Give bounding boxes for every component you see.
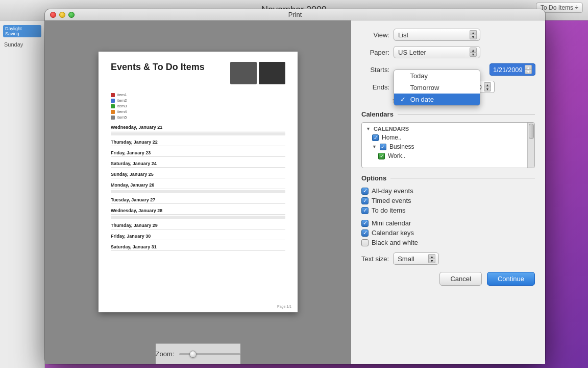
timed-label: Timed events	[372, 197, 411, 204]
cancel-button[interactable]: Cancel	[439, 272, 481, 286]
cal-row-home: ✓ Home..	[366, 133, 530, 142]
checkmark-today	[400, 72, 407, 80]
traffic-lights	[50, 12, 75, 18]
calkeys-checkbox[interactable]: ✓	[361, 229, 369, 237]
ends-date-stepper[interactable]: ▲ ▼	[484, 82, 491, 91]
triangle-business[interactable]: ▼	[372, 144, 377, 149]
cal-label-home: Home..	[382, 134, 402, 141]
close-button[interactable]	[50, 12, 56, 18]
dropdown-on-date[interactable]: ✓ On date	[394, 94, 480, 105]
zoom-bar: Zoom:	[156, 343, 241, 364]
paper-preview: Events & To Do Items item1 item2 item3 i…	[99, 52, 298, 312]
list-item: Sunday, January 25	[111, 172, 285, 178]
options-section: ✓ All-day events ✓ Timed events ✓ To do …	[361, 186, 535, 247]
business-checkbox[interactable]: ✓	[380, 144, 386, 150]
paper-stepper[interactable]: ▲ ▼	[470, 48, 477, 57]
starts-label: Starts:	[361, 66, 389, 74]
starts-date-field[interactable]: 1/21/2009 ▲ ▼	[489, 63, 535, 76]
view-value: List	[398, 31, 408, 39]
divider2	[390, 178, 535, 178]
options-section-header: Options	[361, 174, 535, 182]
minical-label: Mini calendar	[372, 219, 411, 227]
calkeys-label: Calendar keys	[372, 229, 414, 237]
allday-checkbox[interactable]: ✓	[361, 188, 369, 195]
work-checkbox[interactable]: ✓	[378, 153, 385, 159]
title-bar: Print	[45, 9, 545, 20]
print-dialog: Print Events & To Do Items item1 item2	[45, 9, 545, 364]
starts-dropdown-menu[interactable]: Today Tomorrow ✓ On date	[394, 70, 480, 106]
starts-date-value: 1/21/2009	[493, 66, 523, 74]
paper-label: Paper:	[361, 49, 389, 56]
stepper-up[interactable]: ▲	[470, 48, 477, 52]
stepper-down[interactable]: ▼	[525, 70, 532, 74]
stepper-down[interactable]: ▼	[428, 259, 435, 263]
minimize-button[interactable]	[59, 12, 65, 18]
option-mini-cal: ✓ Mini calendar	[361, 218, 535, 228]
textsize-select[interactable]: Small ▲ ▼	[393, 252, 439, 265]
textsize-label: Text size:	[361, 255, 389, 263]
list-item: Friday, January 30	[111, 234, 285, 240]
day-label: Friday, January 23	[111, 150, 285, 157]
stepper-up[interactable]: ▲	[484, 82, 491, 87]
zoom-thumb[interactable]	[189, 351, 197, 358]
divider	[398, 114, 535, 114]
starts-stepper[interactable]: ▲ ▼	[525, 65, 532, 74]
stepper-down[interactable]: ▼	[470, 35, 477, 39]
maximize-button[interactable]	[68, 12, 75, 18]
home-checkbox[interactable]: ✓	[372, 134, 379, 141]
paper-title: Events & To Do Items	[111, 62, 205, 73]
list-item: Thursday, January 22	[111, 140, 285, 146]
textsize-stepper[interactable]: ▲ ▼	[428, 254, 435, 263]
cal-label-work: Work..	[388, 152, 405, 159]
button-row: Cancel Continue	[361, 272, 535, 286]
view-label: View:	[361, 31, 389, 39]
cal-list: ▼ CALENDARS ✓ Home.. ▼ ✓ Business ✓ Wo	[362, 123, 534, 163]
timed-checkbox[interactable]: ✓	[361, 197, 369, 204]
option-bw: Black and white	[361, 238, 535, 247]
day-label: Tuesday, January 27	[111, 197, 285, 204]
checkmark-on-date: ✓	[400, 96, 407, 103]
day-label: Wednesday, January 28	[111, 208, 285, 215]
dialog-title: Print	[288, 11, 302, 18]
stepper-up[interactable]: ▲	[525, 65, 532, 70]
allday-label: All-day events	[372, 187, 413, 195]
continue-button[interactable]: Continue	[487, 272, 535, 286]
dialog-content: Events & To Do Items item1 item2 item3 i…	[45, 20, 545, 364]
todo-checkbox[interactable]: ✓	[361, 207, 369, 214]
day-label: Saturday, January 24	[111, 161, 285, 168]
dropdown-today[interactable]: Today	[394, 70, 480, 82]
dropdown-tomorrow[interactable]: Tomorrow	[394, 82, 480, 94]
option-timed: ✓ Timed events	[361, 196, 535, 205]
calendars-section-header: Calendars	[361, 110, 535, 118]
stepper-down[interactable]: ▼	[484, 87, 491, 91]
option-cal-keys: ✓ Calendar keys	[361, 228, 535, 238]
list-item: Thursday, January 29	[111, 223, 285, 229]
event-line	[111, 216, 285, 219]
zoom-slider[interactable]	[179, 353, 240, 355]
minical-checkbox[interactable]: ✓	[361, 220, 369, 227]
stepper-down[interactable]: ▼	[470, 52, 477, 57]
calendar-scrollbar[interactable]	[527, 123, 534, 168]
day-label: Saturday, January 31	[111, 244, 285, 251]
paper-row: Paper: US Letter ▲ ▼	[361, 46, 535, 58]
stepper-up[interactable]: ▲	[428, 254, 435, 259]
scrollbar-thumb[interactable]	[529, 124, 534, 139]
stepper-up[interactable]: ▲	[470, 30, 477, 35]
paper-select[interactable]: US Letter ▲ ▼	[394, 46, 480, 58]
triangle-icon[interactable]: ▼	[366, 126, 371, 131]
day-label: Wednesday, January 21	[111, 125, 285, 131]
mini-cal-2	[259, 62, 285, 84]
view-stepper[interactable]: ▲ ▼	[470, 30, 477, 39]
cal-label-business: Business	[389, 143, 414, 150]
event-line	[111, 132, 285, 135]
day-label: Thursday, January 29	[111, 223, 285, 229]
bw-label: Black and white	[372, 239, 418, 246]
bw-checkbox[interactable]	[361, 239, 369, 246]
todo-label: To do items	[372, 206, 405, 214]
day-label: Thursday, January 22	[111, 140, 285, 146]
list-item: Wednesday, January 21	[111, 125, 285, 135]
page-number: Page 1/1	[277, 305, 291, 308]
legend: item1 item2 item3 item4 item5	[111, 93, 285, 120]
view-select[interactable]: List ▲ ▼	[394, 29, 480, 41]
calendars-section-label: Calendars	[361, 110, 394, 118]
